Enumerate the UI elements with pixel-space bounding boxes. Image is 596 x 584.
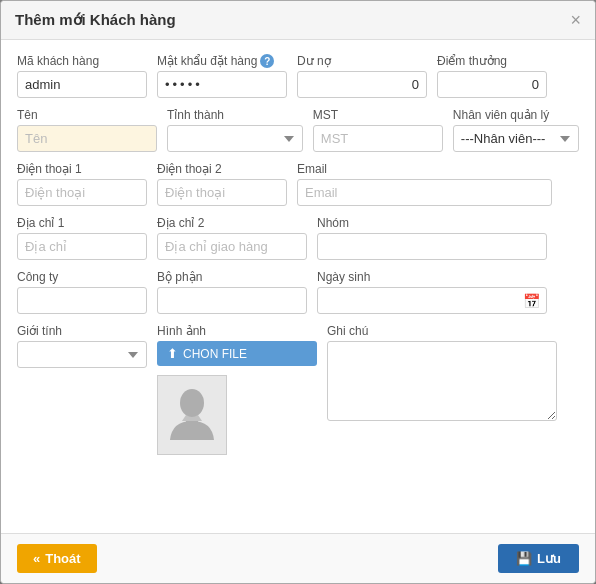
gioi-tinh-select[interactable]: Nam Nữ bbox=[17, 341, 147, 368]
row-5: Công ty Bộ phận Ngày sinh 📅 bbox=[17, 270, 579, 314]
add-customer-modal: Thêm mới Khách hàng × Mã khách hàng Mật … bbox=[0, 0, 596, 584]
dien-thoai-1-label: Điện thoại 1 bbox=[17, 162, 147, 176]
ghi-chu-textarea[interactable] bbox=[327, 341, 557, 421]
back-arrow-icon: « bbox=[33, 551, 40, 566]
ghi-chu-group: Ghi chú bbox=[327, 324, 557, 421]
gioi-tinh-group: Giới tính Nam Nữ bbox=[17, 324, 147, 368]
dia-chi-1-label: Địa chỉ 1 bbox=[17, 216, 147, 230]
dien-thoai-2-label: Điện thoại 2 bbox=[157, 162, 287, 176]
email-label: Email bbox=[297, 162, 552, 176]
nhan-vien-select[interactable]: ---Nhân viên--- bbox=[453, 125, 579, 152]
ngay-sinh-group: Ngày sinh 📅 bbox=[317, 270, 547, 314]
row-1: Mã khách hàng Mật khẩu đặt hàng ? Dư nợ … bbox=[17, 54, 579, 98]
dia-chi-2-label: Địa chỉ 2 bbox=[157, 216, 307, 230]
dien-thoai-2-input[interactable] bbox=[157, 179, 287, 206]
mst-input[interactable] bbox=[313, 125, 443, 152]
mat-khau-group: Mật khẩu đặt hàng ? bbox=[157, 54, 287, 98]
cong-ty-label: Công ty bbox=[17, 270, 147, 284]
tinh-thanh-select[interactable] bbox=[167, 125, 303, 152]
ngay-sinh-input[interactable] bbox=[317, 287, 547, 314]
dia-chi-1-input[interactable] bbox=[17, 233, 147, 260]
dia-chi-1-group: Địa chỉ 1 bbox=[17, 216, 147, 260]
chon-file-label: CHON FILE bbox=[183, 347, 247, 361]
du-no-input[interactable] bbox=[297, 71, 427, 98]
ngay-sinh-wrap: 📅 bbox=[317, 287, 547, 314]
row-2: Tên Tỉnh thành MST Nhân viên quản lý ---… bbox=[17, 108, 579, 152]
save-icon: 💾 bbox=[516, 551, 532, 566]
cong-ty-group: Công ty bbox=[17, 270, 147, 314]
tinh-thanh-group: Tỉnh thành bbox=[167, 108, 303, 152]
ma-khach-hang-label: Mã khách hàng bbox=[17, 54, 147, 68]
ten-label: Tên bbox=[17, 108, 157, 122]
email-group: Email bbox=[297, 162, 552, 206]
diem-thuong-group: Điểm thưởng bbox=[437, 54, 547, 98]
mst-group: MST bbox=[313, 108, 443, 152]
nhom-label: Nhóm bbox=[317, 216, 547, 230]
thoat-button[interactable]: « Thoát bbox=[17, 544, 97, 573]
diem-thuong-label: Điểm thưởng bbox=[437, 54, 547, 68]
ngay-sinh-label: Ngày sinh bbox=[317, 270, 547, 284]
dien-thoai-2-group: Điện thoại 2 bbox=[157, 162, 287, 206]
row-3: Điện thoại 1 Điện thoại 2 Email bbox=[17, 162, 579, 206]
ma-khach-hang-group: Mã khách hàng bbox=[17, 54, 147, 98]
email-input[interactable] bbox=[297, 179, 552, 206]
modal-body: Mã khách hàng Mật khẩu đặt hàng ? Dư nợ … bbox=[1, 40, 595, 533]
dia-chi-2-group: Địa chỉ 2 bbox=[157, 216, 307, 260]
chon-file-button[interactable]: ⬆ CHON FILE bbox=[157, 341, 317, 366]
cong-ty-input[interactable] bbox=[17, 287, 147, 314]
diem-thuong-input[interactable] bbox=[437, 71, 547, 98]
tinh-thanh-label: Tỉnh thành bbox=[167, 108, 303, 122]
luu-label: Lưu bbox=[537, 551, 561, 566]
ten-group: Tên bbox=[17, 108, 157, 152]
dien-thoai-1-input[interactable] bbox=[17, 179, 147, 206]
upload-icon: ⬆ bbox=[167, 346, 178, 361]
bo-phan-group: Bộ phận bbox=[157, 270, 307, 314]
row-6: Giới tính Nam Nữ Hình ảnh ⬆ CHON FILE bbox=[17, 324, 579, 455]
row-4: Địa chỉ 1 Địa chỉ 2 Nhóm bbox=[17, 216, 579, 260]
nhom-group: Nhóm bbox=[317, 216, 547, 260]
nhom-input[interactable] bbox=[317, 233, 547, 260]
nhan-vien-group: Nhân viên quản lý ---Nhân viên--- bbox=[453, 108, 579, 152]
ghi-chu-label: Ghi chú bbox=[327, 324, 557, 338]
modal-footer: « Thoát 💾 Lưu bbox=[1, 533, 595, 583]
modal-title: Thêm mới Khách hàng bbox=[15, 11, 176, 29]
du-no-group: Dư nợ bbox=[297, 54, 427, 98]
du-no-label: Dư nợ bbox=[297, 54, 427, 68]
gioi-tinh-label: Giới tính bbox=[17, 324, 147, 338]
bo-phan-label: Bộ phận bbox=[157, 270, 307, 284]
dien-thoai-1-group: Điện thoại 1 bbox=[17, 162, 147, 206]
avatar-icon bbox=[168, 385, 216, 445]
thoat-label: Thoát bbox=[45, 551, 80, 566]
mat-khau-label: Mật khẩu đặt hàng bbox=[157, 54, 257, 68]
close-button[interactable]: × bbox=[570, 11, 581, 29]
modal-header: Thêm mới Khách hàng × bbox=[1, 1, 595, 40]
hinh-anh-label: Hình ảnh bbox=[157, 324, 317, 338]
mat-khau-input[interactable] bbox=[157, 71, 287, 98]
mst-label: MST bbox=[313, 108, 443, 122]
help-icon[interactable]: ? bbox=[260, 54, 274, 68]
bo-phan-input[interactable] bbox=[157, 287, 307, 314]
ma-khach-hang-input[interactable] bbox=[17, 71, 147, 98]
hinh-anh-group: Hình ảnh ⬆ CHON FILE bbox=[157, 324, 317, 455]
svg-point-0 bbox=[180, 389, 204, 417]
luu-button[interactable]: 💾 Lưu bbox=[498, 544, 579, 573]
nhan-vien-label: Nhân viên quản lý bbox=[453, 108, 579, 122]
dia-chi-2-input[interactable] bbox=[157, 233, 307, 260]
ten-input[interactable] bbox=[17, 125, 157, 152]
avatar-preview bbox=[157, 375, 227, 455]
